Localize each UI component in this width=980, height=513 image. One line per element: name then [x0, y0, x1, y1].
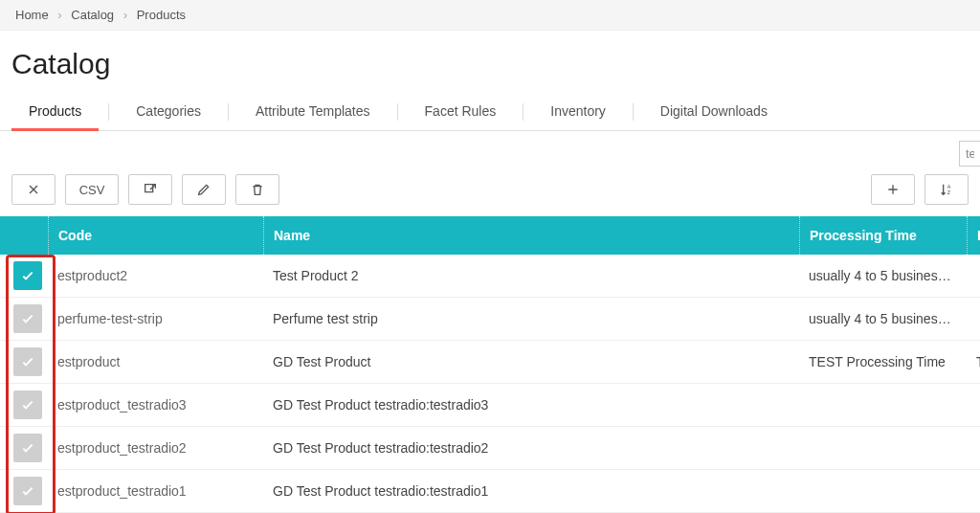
- tab-digital-downloads[interactable]: Digital Downloads: [643, 94, 785, 130]
- header-code[interactable]: Code: [48, 216, 263, 255]
- close-icon: [26, 182, 41, 197]
- tab-inventory[interactable]: Inventory: [533, 94, 623, 130]
- breadcrumb: Home › Catalog › Products: [0, 0, 980, 31]
- row-checkbox[interactable]: [13, 261, 42, 290]
- close-button[interactable]: [11, 174, 56, 205]
- header-checkbox-col: [0, 216, 48, 255]
- search-input[interactable]: [959, 141, 980, 167]
- row-checkbox[interactable]: [13, 304, 42, 333]
- crumb-catalog[interactable]: Catalog: [71, 8, 114, 22]
- chevron-right-icon: ›: [123, 8, 127, 22]
- trash-icon: [250, 182, 265, 197]
- toolbar: CSV AZ: [0, 170, 980, 216]
- table-body: estproduct2 Test Product 2 usually 4 to …: [0, 255, 980, 513]
- table-row[interactable]: estproduct_testradio2 GD Test Product te…: [0, 427, 980, 470]
- edit-button[interactable]: [182, 174, 226, 205]
- tab-products[interactable]: Products: [11, 94, 99, 130]
- cell-code: estproduct_testradio3: [48, 397, 263, 413]
- table-row[interactable]: perfume-test-strip Perfume test strip us…: [0, 298, 980, 341]
- page-title: Catalog: [11, 48, 980, 80]
- cell-name: Perfume test strip: [263, 311, 799, 326]
- crumb-products[interactable]: Products: [137, 8, 186, 22]
- cell-processing: usually 4 to 5 busines…: [799, 311, 967, 326]
- chevron-right-icon: ›: [57, 8, 61, 22]
- row-checkbox[interactable]: [13, 477, 42, 505]
- cell-name: GD Test Product testradio:testradio1: [263, 483, 799, 499]
- delete-button[interactable]: [235, 174, 279, 205]
- table-row[interactable]: estproduct_testradio1 GD Test Product te…: [0, 470, 980, 513]
- row-checkbox[interactable]: [13, 390, 42, 419]
- table-row[interactable]: estproduct2 Test Product 2 usually 4 to …: [0, 255, 980, 298]
- header-processing[interactable]: Processing Time: [799, 216, 967, 255]
- table-header: Code Name Processing Time F: [0, 216, 980, 255]
- check-icon: [20, 311, 35, 326]
- row-checkbox[interactable]: [13, 434, 42, 462]
- row-checkbox[interactable]: [13, 347, 42, 376]
- export-button[interactable]: [128, 174, 172, 205]
- cell-processing: usually 4 to 5 busines…: [799, 268, 967, 283]
- cell-code: estproduct: [48, 354, 263, 369]
- header-name[interactable]: Name: [263, 216, 799, 255]
- svg-text:Z: Z: [947, 190, 951, 195]
- table-row[interactable]: estproduct_testradio3 GD Test Product te…: [0, 384, 980, 427]
- pencil-icon: [196, 182, 212, 197]
- add-button[interactable]: [871, 174, 915, 205]
- cell-processing: TEST Processing Time: [799, 354, 967, 369]
- table-row[interactable]: estproduct GD Test Product TEST Processi…: [0, 341, 980, 384]
- check-icon: [20, 397, 35, 413]
- cell-code: estproduct_testradio1: [48, 483, 263, 499]
- cell-code: perfume-test-strip: [48, 311, 263, 326]
- cell-name: GD Test Product: [263, 354, 799, 369]
- tabs: Products Categories Attribute Templates …: [0, 94, 980, 131]
- cell-name: GD Test Product testradio:testradio3: [263, 397, 799, 413]
- svg-text:A: A: [947, 184, 951, 190]
- crumb-home[interactable]: Home: [15, 8, 49, 22]
- tab-categories[interactable]: Categories: [119, 94, 218, 130]
- export-icon: [143, 182, 158, 197]
- header-last[interactable]: F: [967, 216, 980, 255]
- cell-name: GD Test Product testradio:testradio2: [263, 440, 799, 456]
- cell-last: T: [967, 354, 980, 369]
- cell-name: Test Product 2: [263, 268, 799, 283]
- plus-icon: [885, 182, 901, 197]
- csv-button[interactable]: CSV: [65, 174, 119, 205]
- check-icon: [20, 354, 35, 369]
- cell-code: estproduct_testradio2: [48, 440, 263, 456]
- sort-button[interactable]: AZ: [924, 174, 969, 205]
- tab-facet-rules[interactable]: Facet Rules: [408, 94, 514, 130]
- check-icon: [20, 268, 35, 283]
- cell-code: estproduct2: [48, 268, 263, 283]
- tab-attribute-templates[interactable]: Attribute Templates: [238, 94, 388, 130]
- check-icon: [20, 440, 35, 456]
- sort-az-icon: AZ: [939, 182, 954, 197]
- check-icon: [20, 483, 35, 499]
